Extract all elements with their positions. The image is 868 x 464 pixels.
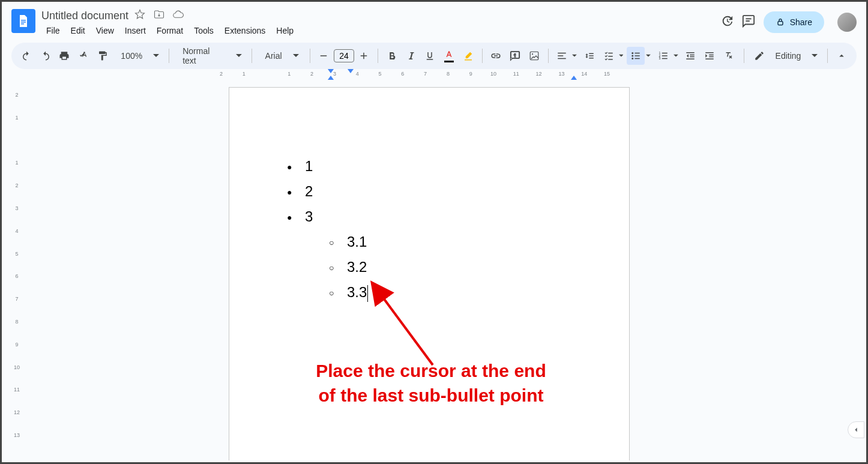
comment-icon[interactable] — [742, 14, 755, 30]
undo-button[interactable] — [17, 47, 35, 65]
menu-bar: File Edit View Insert Format Tools Exten… — [41, 22, 720, 38]
move-icon[interactable] — [154, 9, 164, 22]
text-color-button[interactable] — [440, 47, 458, 65]
font-size-input[interactable]: 24 — [334, 49, 354, 62]
font-dropdown[interactable]: Arial — [257, 51, 305, 61]
avatar[interactable] — [837, 13, 857, 32]
cloud-icon[interactable] — [173, 9, 184, 22]
collapse-toolbar-button[interactable] — [833, 47, 851, 65]
italic-button[interactable] — [402, 47, 420, 65]
menu-tools[interactable]: Tools — [189, 23, 219, 38]
share-button[interactable]: Share — [764, 11, 824, 33]
svg-rect-5 — [778, 22, 783, 25]
bullet-item[interactable]: 2 — [287, 179, 571, 204]
image-button[interactable] — [525, 47, 543, 65]
svg-rect-6 — [321, 55, 327, 56]
font-size-decrease[interactable] — [315, 47, 333, 65]
svg-rect-2 — [21, 23, 24, 25]
link-button[interactable] — [487, 47, 505, 65]
svg-rect-1 — [21, 22, 26, 23]
menu-help[interactable]: Help — [271, 23, 298, 38]
indent-decrease-button[interactable] — [682, 47, 700, 65]
zoom-dropdown[interactable]: 100% — [112, 51, 164, 61]
indent-increase-button[interactable] — [701, 47, 719, 65]
svg-point-21 — [632, 55, 634, 57]
style-dropdown[interactable]: Normal text — [174, 46, 246, 65]
print-button[interactable] — [55, 47, 73, 65]
menu-format[interactable]: Format — [152, 23, 188, 38]
horizontal-ruler[interactable]: 21123456789101112131415 — [2, 69, 866, 80]
history-icon[interactable] — [720, 14, 734, 30]
menu-file[interactable]: File — [41, 23, 65, 38]
bulleted-list-button[interactable] — [627, 47, 645, 65]
svg-rect-0 — [21, 20, 26, 21]
menu-extensions[interactable]: Extensions — [220, 23, 270, 38]
bold-button[interactable] — [383, 47, 401, 65]
spellcheck-button[interactable] — [74, 47, 92, 65]
line-spacing-button[interactable] — [580, 47, 598, 65]
highlight-button[interactable] — [459, 47, 477, 65]
paint-format-button[interactable] — [94, 47, 112, 65]
align-button[interactable] — [553, 47, 571, 65]
numbered-list-button[interactable]: 123 — [654, 47, 672, 65]
bullet-item[interactable]: 1 — [287, 154, 571, 179]
share-label: Share — [790, 17, 812, 27]
sub-bullet-item[interactable]: 3.2 — [329, 255, 571, 280]
editing-mode-dropdown[interactable]: Editing — [749, 50, 823, 61]
font-size-increase[interactable] — [355, 47, 373, 65]
document-canvas[interactable]: 1 2 3 3.1 3.2 3.3 — [31, 80, 860, 460]
redo-button[interactable] — [37, 47, 55, 65]
menu-edit[interactable]: Edit — [66, 23, 90, 38]
vertical-ruler[interactable]: 2112345678910111213 — [4, 80, 30, 460]
document-title[interactable]: Untitled document — [41, 10, 128, 22]
svg-text:3: 3 — [659, 56, 660, 60]
comment-button[interactable] — [506, 47, 524, 65]
clear-format-button[interactable] — [720, 47, 738, 65]
checklist-button[interactable] — [600, 47, 618, 65]
svg-point-13 — [532, 53, 533, 55]
side-panel-toggle[interactable] — [848, 421, 864, 438]
underline-button[interactable] — [421, 47, 439, 65]
toolbar: 100% Normal text Arial 24 123 Editing — [11, 43, 857, 69]
menu-view[interactable]: View — [91, 23, 119, 38]
bullet-item[interactable]: 3 3.1 3.2 3.3 — [287, 204, 571, 305]
star-icon[interactable] — [134, 9, 145, 22]
svg-rect-8 — [364, 53, 365, 59]
sub-bullet-item[interactable]: 3.3 — [329, 280, 571, 305]
menu-insert[interactable]: Insert — [120, 23, 151, 38]
page[interactable]: 1 2 3 3.1 3.2 3.3 — [229, 87, 630, 460]
text-cursor — [367, 285, 368, 302]
document-content[interactable]: 1 2 3 3.1 3.2 3.3 — [229, 88, 629, 305]
docs-logo[interactable] — [11, 9, 35, 33]
svg-point-22 — [632, 58, 634, 59]
svg-point-20 — [632, 52, 634, 54]
sub-bullet-item[interactable]: 3.1 — [329, 229, 571, 255]
